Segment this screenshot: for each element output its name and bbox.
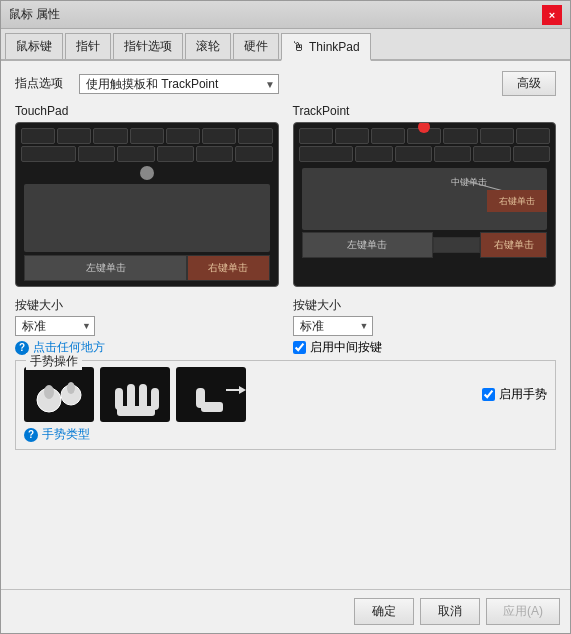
- tp-key: [238, 128, 272, 144]
- gesture-thumb-1: [24, 367, 94, 422]
- trk-key: [355, 146, 392, 162]
- trackpoint-panel: TrackPoint: [293, 104, 557, 287]
- touchpad-size-col: 按键大小 小 标准 大 ? 点击任何地方: [15, 293, 279, 356]
- middle-button-label[interactable]: 启用中间按键: [310, 339, 382, 356]
- trk-key: [335, 128, 369, 144]
- title-bar: 鼠标 属性 ×: [1, 1, 570, 29]
- ok-button[interactable]: 确定: [354, 598, 414, 625]
- svg-marker-12: [239, 386, 246, 394]
- touchpad-size-label: 按键大小: [15, 297, 63, 314]
- trk-key: [473, 146, 510, 162]
- tab-scroll[interactable]: 滚轮: [185, 33, 231, 59]
- tp-key: [130, 128, 164, 144]
- middle-button-checkbox[interactable]: [293, 341, 306, 354]
- help-icon-gesture: ?: [24, 428, 38, 442]
- svg-point-3: [67, 382, 75, 394]
- button-sizes-row: 按键大小 小 标准 大 ? 点击任何地方: [15, 293, 556, 356]
- tp-key: [235, 146, 272, 162]
- tab-bar: 鼠标键 指针 指针选项 滚轮 硬件 🖱 ThinkPad: [1, 29, 570, 61]
- diagrams-row: TouchPad: [15, 104, 556, 287]
- trk-key: [299, 128, 333, 144]
- touchpad-size-select-wrap: 小 标准 大: [15, 316, 95, 336]
- advanced-button[interactable]: 高级: [502, 71, 556, 96]
- thinkpad-tab-icon: 🖱: [292, 39, 305, 54]
- tab-pointer-options-label: 指针选项: [124, 38, 172, 55]
- tab-pointer-label: 指针: [76, 38, 100, 55]
- touchpad-right-btn[interactable]: 右键单击: [187, 255, 270, 281]
- tp-key: [202, 128, 236, 144]
- touchpad-size-row: 按键大小: [15, 297, 279, 314]
- tab-hardware[interactable]: 硬件: [233, 33, 279, 59]
- trackpoint-title: TrackPoint: [293, 104, 557, 118]
- gesture-help-link[interactable]: ? 手势类型: [24, 426, 547, 443]
- tab-pointer-options[interactable]: 指针选项: [113, 33, 183, 59]
- trackpoint-size-select[interactable]: 小 标准 大: [293, 316, 373, 336]
- trackpoint-left-btn[interactable]: 左键单击: [302, 232, 433, 258]
- svg-rect-10: [201, 402, 223, 412]
- trackpoint-middle-btn[interactable]: [433, 237, 480, 253]
- tp-key: [93, 128, 127, 144]
- trackpoint-size-select-wrap: 小 标准 大: [293, 316, 373, 336]
- trackpoint-diagram: 中键单击 右键单击 左键单击 右键单击: [293, 122, 557, 287]
- bottom-bar: 确定 取消 应用(A): [1, 589, 570, 633]
- trk-key: [407, 128, 441, 144]
- tab-thinkpad-label: ThinkPad: [309, 40, 360, 54]
- pointer-options-row: 指点选项 使用触摸板和 TrackPoint 仅使用触摸板 仅使用 TrackP…: [15, 71, 556, 96]
- device-select-wrapper: 使用触摸板和 TrackPoint 仅使用触摸板 仅使用 TrackPoint …: [79, 74, 279, 94]
- trk-key: [516, 128, 550, 144]
- trk-key: [299, 146, 354, 162]
- tp-key: [196, 146, 233, 162]
- touchpad-panel: TouchPad: [15, 104, 279, 287]
- tp-key: [166, 128, 200, 144]
- trk-key: [395, 146, 432, 162]
- trackpoint-size-col: 按键大小 小 标准 大 启用中间按键: [293, 293, 557, 356]
- tp-key: [21, 146, 76, 162]
- touchpad-size-select[interactable]: 小 标准 大: [15, 316, 95, 336]
- tab-mouse-buttons-label: 鼠标键: [16, 38, 52, 55]
- gesture-enable-row: 启用手势: [482, 386, 547, 403]
- touchpad-diagram: 左键单击 右键单击: [15, 122, 279, 287]
- tab-hardware-label: 硬件: [244, 38, 268, 55]
- trackpoint-right-btn[interactable]: 右键单击: [480, 232, 547, 258]
- device-select[interactable]: 使用触摸板和 TrackPoint 仅使用触摸板 仅使用 TrackPoint: [79, 74, 279, 94]
- gesture-enable-label[interactable]: 启用手势: [499, 386, 547, 403]
- trk-key: [434, 146, 471, 162]
- svg-point-2: [44, 385, 54, 399]
- gesture-thumb-3: [176, 367, 246, 422]
- gesture-enable-checkbox[interactable]: [482, 388, 495, 401]
- gesture-section-label: 手势操作: [26, 353, 82, 370]
- trackpoint-size-label: 按键大小: [293, 297, 341, 314]
- tp-key: [117, 146, 154, 162]
- apply-button[interactable]: 应用(A): [486, 598, 560, 625]
- tp-key: [21, 128, 55, 144]
- trk-key: [443, 128, 477, 144]
- touchpad-title: TouchPad: [15, 104, 279, 118]
- tab-scroll-label: 滚轮: [196, 38, 220, 55]
- svg-rect-8: [117, 406, 155, 416]
- tp-key: [57, 128, 91, 144]
- trackpoint-right-indicator: 右键单击: [499, 195, 535, 208]
- middle-button-checkbox-row: 启用中间按键: [293, 339, 557, 356]
- tp-key: [157, 146, 194, 162]
- gesture-thumb-2: [100, 367, 170, 422]
- tab-pointer[interactable]: 指针: [65, 33, 111, 59]
- tab-thinkpad[interactable]: 🖱 ThinkPad: [281, 33, 371, 61]
- window: 鼠标 属性 × 鼠标键 指针 指针选项 滚轮 硬件 🖱 ThinkPad 指点选…: [0, 0, 571, 634]
- touchpad-left-btn[interactable]: 左键单击: [24, 255, 187, 281]
- trk-key: [371, 128, 405, 144]
- window-title: 鼠标 属性: [9, 6, 60, 23]
- trk-key: [480, 128, 514, 144]
- cancel-button[interactable]: 取消: [420, 598, 480, 625]
- main-content: 指点选项 使用触摸板和 TrackPoint 仅使用触摸板 仅使用 TrackP…: [1, 61, 570, 589]
- pointer-options-label: 指点选项: [15, 75, 63, 92]
- tp-key: [78, 146, 115, 162]
- close-button[interactable]: ×: [542, 5, 562, 25]
- trk-key: [513, 146, 550, 162]
- tab-mouse-buttons[interactable]: 鼠标键: [5, 33, 63, 59]
- gesture-section: 手势操作: [15, 360, 556, 450]
- trackpoint-size-row: 按键大小: [293, 297, 557, 314]
- middle-label: 中键单击: [451, 176, 487, 189]
